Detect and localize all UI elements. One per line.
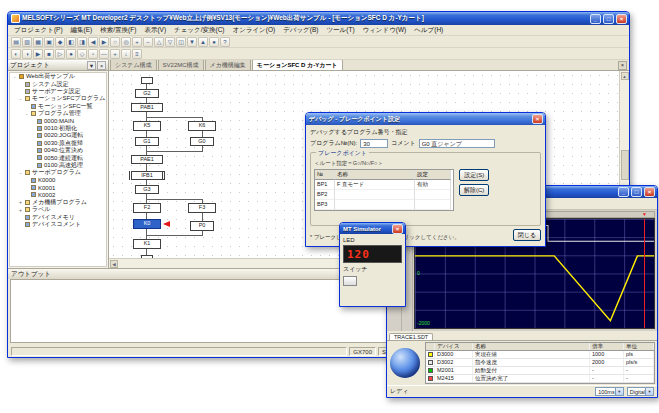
sfc-step-k5[interactable]: K5 [133, 121, 161, 131]
tab-motion-sfc[interactable]: モーションSFC D カ-Yカート [252, 60, 343, 70]
jump-symbol-icon[interactable]: ↓ [121, 49, 131, 59]
clear-breakpoint-button[interactable]: 解除(C) [459, 184, 489, 196]
menu-item[interactable]: ヘルプ(H) [410, 26, 447, 35]
vscroll-thumb[interactable] [621, 150, 629, 180]
tree-item[interactable]: 0040:位置決め [10, 147, 106, 154]
step-execute-icon[interactable]: ▷ [55, 49, 65, 59]
breakpoint-row[interactable]: BP1 F 直モード 有効 [315, 180, 453, 190]
scope-minimize-button[interactable]: _ [618, 187, 629, 197]
replace-icon[interactable]: ◎ [121, 37, 131, 47]
sfc-transition-g3[interactable]: G3 [135, 185, 159, 194]
redo-icon[interactable]: ▶ [99, 37, 109, 47]
zoom-out-icon[interactable]: − [143, 37, 153, 47]
sfc-step-k6[interactable]: K6 [188, 121, 216, 131]
menu-item[interactable]: ツール(T) [322, 26, 358, 35]
tree-expander-icon[interactable]: - [18, 96, 23, 102]
comment-icon[interactable]: ≡ [132, 49, 142, 59]
dialog-titlebar[interactable]: デバッグ - ブレークポイント設定 × [306, 113, 545, 125]
sfc-step-pab1[interactable]: PAB1 [131, 103, 163, 112]
sim-titlebar[interactable]: MT Simulator × [340, 223, 405, 234]
channel-row[interactable]: D3000 実現在値 1000 pls [426, 351, 654, 359]
tree-item[interactable]: - プログラム管理 [10, 110, 106, 117]
simulator-icon[interactable]: ◐ [11, 49, 21, 59]
tree-expander-icon[interactable]: + [18, 207, 23, 213]
channel-row[interactable]: M2415 位置決め完了 - - [426, 375, 654, 383]
tree-item[interactable]: 0050:連続運転 [10, 154, 106, 161]
read-from-motion-icon[interactable]: ▲ [198, 37, 208, 47]
switch-button[interactable] [343, 276, 357, 286]
scope-maximize-button[interactable]: □ [631, 187, 642, 197]
sfc-transition-g0[interactable]: G0 [190, 137, 214, 146]
select-mode-icon[interactable]: ◇ [77, 49, 87, 59]
cut-icon[interactable]: ◆ [55, 37, 65, 47]
tree-item[interactable]: 0010:初期化 [10, 125, 106, 132]
sfc-step-k1[interactable]: K1 [133, 239, 161, 249]
zoom-in-icon[interactable]: + [132, 37, 142, 47]
tree-item[interactable]: - Web出荷サンプル [10, 73, 106, 80]
help-icon[interactable]: ? [220, 37, 230, 47]
cursor-marker-icon[interactable]: ▼ [642, 211, 647, 218]
stop-icon[interactable]: ■ [44, 49, 54, 59]
tree-item[interactable]: + メカ機構プログラム [10, 199, 106, 206]
sim-close-button[interactable]: × [392, 224, 403, 234]
tree-item[interactable]: システム設定 [10, 80, 106, 87]
breakpoint-row[interactable]: BP3 [315, 200, 453, 210]
tree-item[interactable]: デバイスコメント [10, 221, 106, 228]
project-check-icon[interactable]: △ [154, 37, 164, 47]
tab-system-config[interactable]: システム構成 [110, 60, 157, 70]
scroll-left-icon[interactable]: ◀ [110, 260, 118, 268]
channel-row[interactable]: M2001 始動受付 - - [426, 367, 654, 375]
sfc-step-pae1[interactable]: PAE1 [131, 155, 163, 164]
sfc-step-ifb1[interactable]: IFB1 [129, 171, 165, 180]
tree-expander-icon[interactable]: - [18, 170, 23, 176]
minimize-button[interactable]: _ [590, 14, 601, 24]
tree-item[interactable]: 0100:高速処理 [10, 162, 106, 169]
mode-combo[interactable]: Digital ▼ [627, 387, 654, 396]
tree-item[interactable]: - サーボプログラム [10, 169, 106, 176]
tree-item[interactable]: - モーションSFCプログラム [10, 95, 106, 102]
dialog-close-button[interactable]: × [532, 114, 543, 124]
sfc-step-f3[interactable]: F3 [188, 203, 216, 213]
print-icon[interactable]: ▣ [44, 37, 54, 47]
tab-sv22-config[interactable]: SV22MC構成 [158, 60, 204, 70]
channel-row[interactable]: D3002 指令速度 2000 pls/s [426, 359, 654, 367]
close-dialog-button[interactable]: 閉じる [513, 229, 541, 241]
program-number-field[interactable]: 30 [360, 139, 388, 148]
transition-symbol-icon[interactable]: — [99, 49, 109, 59]
scroll-up-icon[interactable]: ▲ [621, 72, 629, 80]
tab-mechanism[interactable]: メカ機構編集 [205, 60, 251, 70]
tree-item[interactable]: + ラベル [10, 206, 106, 213]
tree-item[interactable]: サーボデータ設定 [10, 88, 106, 95]
panel-chevron-icon[interactable]: ▼ [87, 61, 96, 70]
sfc-jump-p0[interactable]: P0 [190, 221, 214, 231]
trace-file-tab[interactable]: TRACE1.SDT [389, 333, 433, 340]
menu-item[interactable]: 編集(E) [67, 26, 97, 35]
convert-icon[interactable]: ▽ [165, 37, 175, 47]
tree-item[interactable]: 0020:JOG運転 [10, 132, 106, 139]
find-icon[interactable]: ○ [110, 37, 120, 47]
transfer-setup-icon[interactable]: ◫ [176, 37, 186, 47]
new-project-icon[interactable]: ▤ [11, 37, 21, 47]
tree-expander-icon[interactable]: - [12, 74, 17, 80]
comment-field[interactable]: G0 直ジャンプ [419, 139, 495, 148]
sfc-step-k0-selected[interactable]: K0 [133, 219, 161, 229]
breakpoint-row[interactable]: BP2 [315, 190, 453, 200]
copy-icon[interactable]: ◧ [66, 37, 76, 47]
maximize-button[interactable]: □ [603, 14, 614, 24]
tree-item[interactable]: K0001 [10, 184, 106, 191]
branch-symbol-icon[interactable]: + [110, 49, 120, 59]
tree-expander-icon[interactable]: + [18, 199, 23, 205]
menu-item[interactable]: 検索/置換(F) [96, 26, 140, 35]
menu-item[interactable]: デバッグ(B) [279, 26, 322, 35]
save-project-icon[interactable]: ▦ [33, 37, 43, 47]
menu-item[interactable]: チェック/変換(C) [170, 26, 228, 35]
step-symbol-icon[interactable]: ▫ [88, 49, 98, 59]
tree-item[interactable]: K0002 [10, 191, 106, 198]
tree-item[interactable]: 0030:原点復帰 [10, 140, 106, 147]
tree-expander-icon[interactable]: - [24, 111, 29, 117]
menu-item[interactable]: オンライン(O) [229, 26, 280, 35]
start-icon[interactable]: ▶ [33, 49, 43, 59]
sfc-step-f2[interactable]: F2 [133, 203, 161, 213]
write-to-motion-icon[interactable]: ▼ [187, 37, 197, 47]
main-titlebar[interactable]: MELSOFTシリーズ MT Developer2 デスクトップ¥Web立上げ例… [8, 12, 629, 25]
